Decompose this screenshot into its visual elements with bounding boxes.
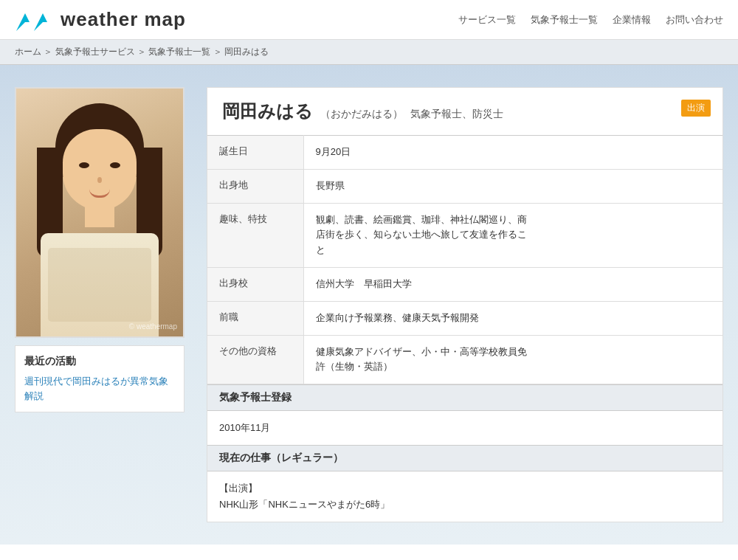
field-value-hometown: 長野県: [303, 169, 723, 203]
badge-shutsuen: 出演: [681, 100, 711, 117]
hero-section: © weathermap 最近の活動 週刊現代で岡田みはるが異常気象解説 出演 …: [0, 65, 738, 545]
breadcrumb-sep2: ＞: [137, 46, 148, 57]
activity-title: 最近の活動: [24, 355, 175, 368]
current-work-content: 【出演】 NHK山形「NHKニュースやまがた6時」: [207, 471, 723, 522]
header: weather map サービス一覧 気象予報士一覧 企業情報 お問い合わせ: [0, 0, 738, 40]
field-label-qualifications: その他の資格: [207, 335, 303, 384]
nav-service-list[interactable]: サービス一覧: [458, 13, 516, 27]
content-wrapper: © weathermap 最近の活動 週刊現代で岡田みはるが異常気象解説 出演 …: [15, 87, 723, 522]
table-row: 誕生日 9月20日: [207, 136, 723, 170]
nav-company-info[interactable]: 企業情報: [613, 13, 651, 27]
breadcrumb-sep1: ＞: [44, 46, 55, 57]
main-nav: サービス一覧 気象予報士一覧 企業情報 お問い合わせ: [458, 13, 723, 27]
profile-name-row: 岡田みはる （おかだみはる） 気象予報士、防災士: [222, 100, 708, 123]
field-label-hobbies: 趣味、特技: [207, 203, 303, 267]
profile-job-title: 気象予報士、防災士: [410, 108, 503, 121]
table-row: 前職 企業向け予報業務、健康天気予報開発: [207, 301, 723, 335]
svg-marker-0: [16, 13, 30, 31]
logo-text: weather map: [61, 8, 186, 31]
profile-reading: （おかだみはる）: [320, 108, 403, 121]
profile-name: 岡田みはる: [222, 100, 313, 123]
activity-link[interactable]: 週刊現代で岡田みはるが異常気象解説: [24, 374, 175, 403]
breadcrumb-sep3: ＞: [213, 46, 224, 57]
registration-section-header: 気象予報士登録: [207, 384, 723, 411]
logo-icon: [15, 7, 53, 32]
left-panel: © weathermap 最近の活動 週刊現代で岡田みはるが異常気象解説: [15, 87, 192, 522]
breadcrumb-home[interactable]: ホーム: [15, 46, 41, 57]
svg-marker-2: [34, 13, 47, 31]
nav-forecaster-list[interactable]: 気象予報士一覧: [531, 13, 598, 27]
field-label-birthday: 誕生日: [207, 136, 303, 170]
field-value-prev-job: 企業向け予報業務、健康天気予報開発: [303, 301, 723, 335]
field-label-school: 出身校: [207, 267, 303, 301]
breadcrumb-current: 岡田みはる: [224, 46, 269, 57]
field-label-prev-job: 前職: [207, 301, 303, 335]
photo-watermark: © weathermap: [129, 322, 177, 331]
profile-table: 誕生日 9月20日 出身地 長野県 趣味、特技 観劇、読書、絵画鑑賞、珈琲、神社…: [207, 135, 723, 384]
registration-content: 2010年11月: [207, 411, 723, 445]
field-label-hometown: 出身地: [207, 169, 303, 203]
field-value-qualifications: 健康気象アドバイザー、小・中・高等学校教員免許（生物・英語）: [303, 335, 723, 384]
field-value-school: 信州大学 早稲田大学: [303, 267, 723, 301]
current-work-section-header: 現在の仕事（レギュラー）: [207, 445, 723, 471]
field-value-birthday: 9月20日: [303, 136, 723, 170]
profile-header: 出演 岡田みはる （おかだみはる） 気象予報士、防災士: [207, 88, 723, 135]
nav-contact[interactable]: お問い合わせ: [666, 13, 723, 27]
table-row: 出身地 長野県: [207, 169, 723, 203]
activity-box: 最近の活動 週刊現代で岡田みはるが異常気象解説: [15, 345, 184, 412]
breadcrumb-service[interactable]: 気象予報士サービス: [55, 46, 135, 57]
logo: weather map: [15, 7, 186, 32]
profile-photo: © weathermap: [15, 87, 184, 338]
table-row: 出身校 信州大学 早稲田大学: [207, 267, 723, 301]
right-panel: 出演 岡田みはる （おかだみはる） 気象予報士、防災士 誕生日 9月20日 出身…: [207, 87, 723, 522]
breadcrumb-list[interactable]: 気象予報士一覧: [148, 46, 210, 57]
table-row: その他の資格 健康気象アドバイザー、小・中・高等学校教員免許（生物・英語）: [207, 335, 723, 384]
field-value-hobbies: 観劇、読書、絵画鑑賞、珈琲、神社仏閣巡り、商店街を歩く、知らない土地へ旅して友達…: [303, 203, 723, 267]
table-row: 趣味、特技 観劇、読書、絵画鑑賞、珈琲、神社仏閣巡り、商店街を歩く、知らない土地…: [207, 203, 723, 267]
breadcrumb: ホーム ＞ 気象予報士サービス ＞ 気象予報士一覧 ＞ 岡田みはる: [0, 40, 738, 65]
